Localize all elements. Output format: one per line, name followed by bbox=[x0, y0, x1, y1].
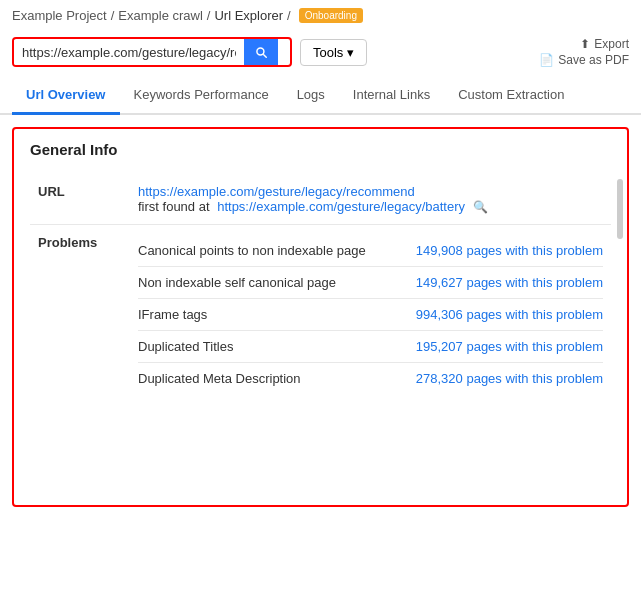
tab-custom-extraction[interactable]: Custom Extraction bbox=[444, 77, 578, 115]
general-info-box: General Info URL https://example.com/ges… bbox=[12, 127, 629, 507]
problem-item-1: Non indexable self canonical page 149,62… bbox=[138, 266, 603, 298]
problems-row: Problems Canonical points to non indexab… bbox=[30, 225, 611, 405]
tab-logs[interactable]: Logs bbox=[283, 77, 339, 115]
toolbar: Tools ▾ ⬆ Export 📄 Save as PDF bbox=[0, 31, 641, 73]
save-pdf-link[interactable]: 📄 Save as PDF bbox=[539, 53, 629, 67]
problem-item-0: Canonical points to non indexable page 1… bbox=[138, 235, 603, 266]
url-row: URL https://example.com/gesture/legacy/r… bbox=[30, 174, 611, 225]
url-link[interactable]: https://example.com/gesture/legacy/recom… bbox=[138, 184, 415, 199]
problem-desc-3: Duplicated Titles bbox=[138, 339, 408, 354]
problem-item-3: Duplicated Titles 195,207 pages with thi… bbox=[138, 330, 603, 362]
url-found-link[interactable]: https://example.com/gesture/legacy/batte… bbox=[217, 199, 465, 214]
tools-dropdown-icon: ▾ bbox=[347, 45, 354, 60]
export-icon: ⬆ bbox=[580, 37, 590, 51]
url-value-cell: https://example.com/gesture/legacy/recom… bbox=[130, 174, 611, 225]
onboarding-badge: Onboarding bbox=[299, 8, 363, 23]
tools-label: Tools bbox=[313, 45, 343, 60]
search-icon bbox=[254, 45, 268, 59]
problem-count-1[interactable]: 149,627 pages with this problem bbox=[416, 275, 603, 290]
problem-desc-1: Non indexable self canonical page bbox=[138, 275, 408, 290]
url-input-wrapper bbox=[12, 37, 292, 67]
right-actions: ⬆ Export 📄 Save as PDF bbox=[539, 37, 629, 67]
problem-item-4: Duplicated Meta Description 278,320 page… bbox=[138, 362, 603, 394]
problem-count-2[interactable]: 994,306 pages with this problem bbox=[416, 307, 603, 322]
info-table: URL https://example.com/gesture/legacy/r… bbox=[30, 174, 611, 404]
problem-item-2: IFrame tags 994,306 pages with this prob… bbox=[138, 298, 603, 330]
tools-button[interactable]: Tools ▾ bbox=[300, 39, 367, 66]
breadcrumb-item-current: Url Explorer bbox=[214, 8, 283, 23]
pdf-icon: 📄 bbox=[539, 53, 554, 67]
scroll-indicator[interactable] bbox=[617, 179, 623, 239]
url-found-prefix: first found at bbox=[138, 199, 210, 214]
breadcrumb-item-crawl[interactable]: Example crawl bbox=[118, 8, 203, 23]
export-link[interactable]: ⬆ Export bbox=[580, 37, 629, 51]
url-label: URL bbox=[30, 174, 130, 225]
breadcrumb-separator: / bbox=[207, 8, 211, 23]
breadcrumb-item-project[interactable]: Example Project bbox=[12, 8, 107, 23]
export-label: Export bbox=[594, 37, 629, 51]
problem-count-4[interactable]: 278,320 pages with this problem bbox=[416, 371, 603, 386]
general-info-title: General Info bbox=[30, 141, 611, 158]
tabs: Url Overview Keywords Performance Logs I… bbox=[0, 77, 641, 115]
search-button[interactable] bbox=[244, 39, 278, 65]
search-inline-icon: 🔍 bbox=[473, 200, 488, 214]
problem-count-3[interactable]: 195,207 pages with this problem bbox=[416, 339, 603, 354]
main-content: General Info URL https://example.com/ges… bbox=[0, 115, 641, 519]
tab-internal-links[interactable]: Internal Links bbox=[339, 77, 444, 115]
save-pdf-label: Save as PDF bbox=[558, 53, 629, 67]
tab-keywords-performance[interactable]: Keywords Performance bbox=[120, 77, 283, 115]
breadcrumb-separator: / bbox=[287, 8, 291, 23]
problems-value-cell: Canonical points to non indexable page 1… bbox=[130, 225, 611, 405]
tab-url-overview[interactable]: Url Overview bbox=[12, 77, 120, 115]
problem-count-0[interactable]: 149,908 pages with this problem bbox=[416, 243, 603, 258]
breadcrumb-separator: / bbox=[111, 8, 115, 23]
problem-desc-4: Duplicated Meta Description bbox=[138, 371, 408, 386]
problem-desc-0: Canonical points to non indexable page bbox=[138, 243, 408, 258]
breadcrumb: Example Project / Example crawl / Url Ex… bbox=[0, 0, 641, 31]
problems-label: Problems bbox=[30, 225, 130, 405]
url-input[interactable] bbox=[14, 40, 244, 65]
problem-desc-2: IFrame tags bbox=[138, 307, 408, 322]
